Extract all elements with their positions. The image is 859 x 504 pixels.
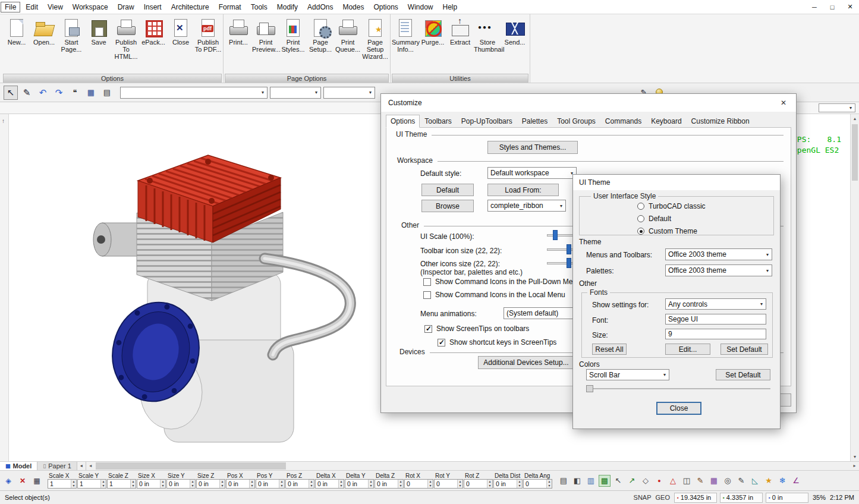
engine-model[interactable] bbox=[12, 119, 369, 458]
load-from-button[interactable]: Load From: bbox=[487, 184, 559, 196]
spinner-rot-z[interactable]: ▴▾ bbox=[487, 480, 492, 488]
spinner-size-y[interactable]: ▴▾ bbox=[190, 480, 195, 488]
other-icons-size-slider[interactable] bbox=[547, 258, 575, 269]
palette-icon[interactable]: ▥ bbox=[585, 475, 597, 487]
ui-theme-titlebar[interactable]: UI Theme bbox=[573, 175, 780, 190]
input-rot-y[interactable]: 0▴▾ bbox=[434, 479, 463, 489]
slider-thumb[interactable] bbox=[567, 258, 571, 268]
menu-architecture[interactable]: Architecture bbox=[166, 1, 214, 13]
ribbon-button-print[interactable]: Print... bbox=[225, 15, 252, 46]
edit-button[interactable]: Edit... bbox=[665, 344, 710, 355]
coord-x-field[interactable]: ▪19.3425 in bbox=[674, 493, 717, 503]
size-input[interactable]: 9 bbox=[665, 329, 766, 339]
menu-window[interactable]: Window bbox=[403, 1, 438, 13]
spinner-scale-y[interactable]: ▴▾ bbox=[100, 480, 106, 488]
style-combo[interactable] bbox=[120, 87, 268, 99]
color-preview-scrollbar[interactable] bbox=[586, 385, 770, 392]
ribbon-button-store-thumbnail[interactable]: Store Thumbnail bbox=[474, 15, 501, 53]
checkbox-unchecked[interactable] bbox=[423, 291, 431, 299]
input-size-z[interactable]: 0 in▴▾ bbox=[196, 479, 225, 489]
scrollbar-thumb[interactable] bbox=[586, 385, 593, 392]
ui-theme-close-button[interactable]: Close bbox=[656, 402, 701, 415]
printer-tool-button[interactable]: ▤ bbox=[100, 86, 114, 100]
input-pos-x[interactable]: 0 in▴▾ bbox=[226, 479, 255, 489]
input-delta-ang[interactable]: 0▴▾ bbox=[523, 479, 552, 489]
menus-toolbars-combo[interactable]: Office 2003 theme bbox=[665, 248, 772, 260]
palettes-combo[interactable]: Office 2003 theme bbox=[665, 264, 772, 276]
angle-icon[interactable]: ∠ bbox=[790, 475, 802, 487]
customize-tab-tool-groups[interactable]: Tool Groups bbox=[552, 115, 600, 127]
input-size-x[interactable]: 0 in▴▾ bbox=[137, 479, 166, 489]
customize-tab-customize-ribbon[interactable]: Customize Ribbon bbox=[687, 115, 754, 127]
select-tool-button[interactable]: ↖ bbox=[4, 86, 18, 100]
radio-turbocad-classic[interactable]: TurboCAD classic bbox=[637, 201, 706, 212]
input-rot-x[interactable]: 0▴▾ bbox=[404, 479, 433, 489]
ribbon-button-purge[interactable]: Purge... bbox=[419, 15, 446, 46]
reset-all-button[interactable]: Reset All bbox=[592, 344, 627, 355]
spinner-size-x[interactable]: ▴▾ bbox=[160, 480, 165, 488]
show-command-icons-pulldown-checkbox[interactable]: Show Command Icons in the Pull-Down Menu bbox=[423, 278, 581, 286]
default-button[interactable]: Default bbox=[421, 184, 474, 196]
sheet-tab-paper-1[interactable]: ▯Paper 1 bbox=[37, 462, 77, 470]
geo-toggle[interactable]: GEO bbox=[656, 494, 670, 501]
spinner-pos-x[interactable]: ▴▾ bbox=[249, 480, 254, 488]
menu-addons[interactable]: AddOns bbox=[303, 1, 338, 13]
export-icon[interactable]: ◧ bbox=[571, 475, 583, 487]
ribbon-button-publish-to-pdf[interactable]: Publish To PDF... bbox=[194, 15, 222, 53]
undo-tool-button[interactable]: ↶ bbox=[36, 86, 50, 100]
scroll-left-icon[interactable] bbox=[86, 462, 95, 470]
input-size-y[interactable]: 0 in▴▾ bbox=[166, 479, 196, 489]
draw-icon[interactable]: ✎ bbox=[694, 475, 706, 487]
menu-edit[interactable]: Edit bbox=[21, 1, 43, 13]
customize-titlebar[interactable]: Customize ✕ bbox=[381, 94, 796, 112]
customize-tab-keyboard[interactable]: Keyboard bbox=[646, 115, 686, 127]
menu-workspace[interactable]: Workspace bbox=[68, 1, 113, 13]
spinner-delta-ang[interactable]: ▴▾ bbox=[546, 480, 552, 488]
vertical-scrollbar[interactable] bbox=[850, 114, 859, 461]
scroll-down-icon[interactable] bbox=[851, 452, 859, 461]
customize-tab-commands[interactable]: Commands bbox=[600, 115, 646, 127]
horizontal-scroll-thumb[interactable] bbox=[96, 462, 286, 470]
edit-icon[interactable]: ✎ bbox=[735, 475, 747, 487]
menu-format[interactable]: Format bbox=[214, 1, 246, 13]
slider-thumb[interactable] bbox=[567, 244, 571, 254]
zoom-level[interactable]: 35% bbox=[813, 494, 826, 501]
colors-set-default-button[interactable]: Set Default bbox=[716, 369, 770, 380]
checkbox-checked[interactable] bbox=[438, 339, 445, 346]
font-input[interactable]: Segoe UI bbox=[665, 314, 766, 325]
spinner-pos-z[interactable]: ▴▾ bbox=[309, 480, 314, 488]
materials-icon[interactable]: ▦ bbox=[708, 475, 720, 487]
checkbox-checked[interactable] bbox=[424, 325, 432, 333]
browse-button[interactable]: Browse bbox=[421, 200, 474, 212]
ribbon-button-start-page[interactable]: Start Page... bbox=[58, 15, 85, 53]
spinner-delta-y[interactable]: ▴▾ bbox=[368, 480, 373, 488]
workspace-file-combo[interactable]: complete_ribbon bbox=[487, 200, 566, 212]
menu-tools[interactable]: Tools bbox=[246, 1, 272, 13]
ribbon-button-open[interactable]: Open... bbox=[30, 15, 58, 46]
ribbon-button-extract[interactable]: Extract bbox=[446, 15, 474, 46]
radio-custom-theme[interactable]: Custom Theme bbox=[637, 226, 706, 237]
menu-options[interactable]: Options bbox=[369, 1, 402, 13]
spinner-rot-y[interactable]: ▴▾ bbox=[457, 480, 462, 488]
ribbon-button-new[interactable]: New... bbox=[3, 15, 30, 46]
input-scale-y[interactable]: 1▴▾ bbox=[77, 479, 106, 489]
print-icon[interactable]: ▤ bbox=[558, 475, 569, 487]
input-delta-z[interactable]: 0 in▴▾ bbox=[375, 479, 404, 489]
ribbon-button-epack[interactable]: ePack... bbox=[140, 15, 167, 46]
delete-icon[interactable]: ✕ bbox=[17, 475, 29, 487]
default-style-combo[interactable]: Default workspace bbox=[487, 167, 577, 179]
coord-y-field[interactable]: ▪4.3357 in bbox=[720, 493, 763, 503]
input-delta-x[interactable]: 0 in▴▾ bbox=[315, 479, 344, 489]
ribbon-button-print-queue[interactable]: Print Queue... bbox=[334, 15, 361, 53]
spinner-scale-z[interactable]: ▴▾ bbox=[130, 480, 136, 488]
shapes-icon[interactable]: ◫ bbox=[681, 475, 693, 487]
input-delta-y[interactable]: 0 in▴▾ bbox=[345, 479, 374, 489]
alert-icon[interactable]: △ bbox=[667, 475, 679, 487]
slider-thumb[interactable] bbox=[553, 230, 558, 240]
set-default-button[interactable]: Set Default bbox=[720, 344, 768, 355]
input-scale-x[interactable]: 1▴▾ bbox=[48, 479, 77, 489]
radio-default[interactable]: Default bbox=[637, 213, 706, 224]
maximize-icon[interactable]: □ bbox=[823, 4, 841, 11]
customize-close-icon[interactable]: ✕ bbox=[771, 94, 796, 112]
colors-combo[interactable]: Scroll Bar bbox=[586, 369, 669, 380]
